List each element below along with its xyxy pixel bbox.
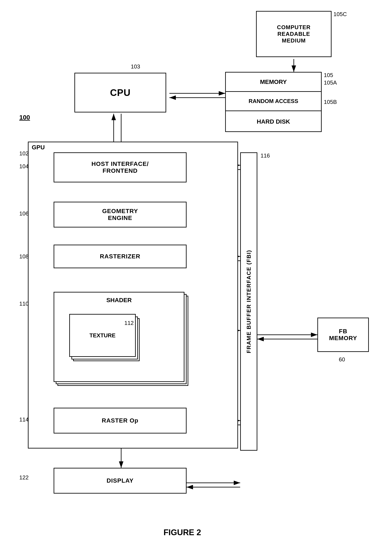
- ref-105c: 105C: [333, 11, 347, 18]
- raster-op-box: RASTER Op: [54, 408, 187, 434]
- ref-100: 100: [19, 114, 30, 121]
- fbi-bar: FRAME BUFFER INTERFACE (FBI): [240, 152, 257, 451]
- rasterizer-box: RASTERIZER: [54, 245, 187, 268]
- ref-103: 103: [131, 63, 140, 70]
- ref-106: 106: [19, 210, 28, 217]
- geometry-engine-box: GEOMETRY ENGINE: [54, 202, 187, 228]
- diagram-container: COMPUTER READABLE MEDIUM 105C MEMORY RAN…: [0, 0, 392, 550]
- memory-block: MEMORY RANDOM ACCESS HARD DISK: [225, 72, 322, 132]
- ref-105a: 105A: [324, 79, 337, 86]
- ref-112: 112: [124, 320, 133, 326]
- ref-102: 102: [19, 150, 28, 157]
- ref-60: 60: [339, 356, 345, 363]
- fb-memory-label: FB MEMORY: [329, 328, 357, 342]
- cpu-box: CPU: [74, 73, 166, 113]
- ref-105: 105: [324, 72, 333, 79]
- ref-104: 104: [19, 163, 28, 170]
- geometry-engine-label: GEOMETRY ENGINE: [102, 208, 138, 221]
- shader-box: SHADER TEXTURE: [54, 292, 184, 382]
- host-interface-label: HOST INTERFACE/ FRONTEND: [91, 161, 149, 174]
- ref-105b: 105B: [324, 99, 337, 105]
- fb-memory-box: FB MEMORY: [317, 318, 369, 352]
- memory-section: MEMORY: [226, 72, 321, 92]
- computer-readable-medium-box: COMPUTER READABLE MEDIUM: [256, 11, 331, 57]
- computer-readable-medium-label: COMPUTER READABLE MEDIUM: [277, 24, 311, 44]
- figure-caption: FIGURE 2: [129, 528, 236, 537]
- fbi-label: FRAME BUFFER INTERFACE (FBI): [245, 250, 252, 353]
- ref-114: 114: [19, 416, 28, 423]
- display-box: DISPLAY: [54, 468, 187, 493]
- gpu-label: GPU: [32, 144, 45, 151]
- random-access-section: RANDOM ACCESS: [226, 92, 321, 111]
- host-interface-box: HOST INTERFACE/ FRONTEND: [54, 152, 187, 182]
- ref-110: 110: [19, 300, 28, 307]
- ref-122: 122: [19, 474, 28, 481]
- hard-disk-section: HARD DISK: [226, 111, 321, 132]
- shader-label: SHADER: [106, 297, 132, 304]
- ref-108: 108: [19, 253, 28, 260]
- ref-116: 116: [260, 152, 270, 159]
